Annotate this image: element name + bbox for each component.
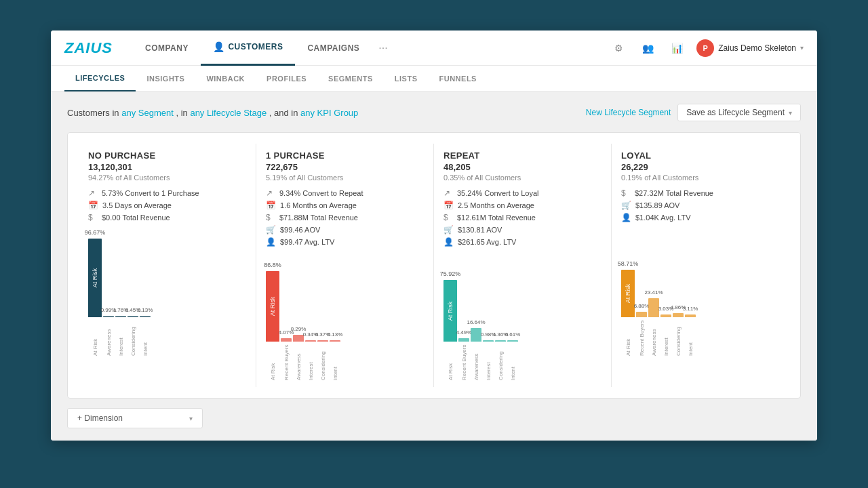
subnav-segments-label: SEGMENTS	[328, 75, 373, 83]
card-stat: $ $12.61M Total Revenue	[443, 213, 601, 222]
subnav-lists[interactable]: LISTS	[384, 66, 429, 92]
bar-axis-label: At Risk	[266, 343, 279, 380]
users-icon-btn[interactable]: 👥	[638, 39, 657, 58]
dimension-btn-label: + Dimension	[77, 413, 123, 423]
bar-group: 3.03%	[660, 314, 671, 317]
bar	[660, 314, 671, 317]
bar	[115, 316, 126, 317]
card-stat: 📅 3.5 Days on Average	[88, 201, 246, 210]
bar	[305, 340, 316, 342]
new-lifecycle-segment-link[interactable]: New Lifecycle Segment	[586, 108, 671, 117]
lifecycle-filter-link[interactable]: any Lifecycle Stage	[190, 108, 267, 118]
bar-group: 4.07%	[281, 338, 292, 342]
nav-right: ⚙ 👥 📊 P Zaius Demo Skeleton ▾	[609, 39, 804, 58]
lifecycle-card: LOYAL 26,229 0.19% of All Customers $ $2…	[612, 144, 789, 387]
users-icon: 👥	[642, 43, 654, 54]
card-stat: 👤 $99.47 Avg. LTV	[266, 237, 424, 247]
subnav-lifecycles[interactable]: LIFECYCLES	[64, 66, 136, 92]
subnav-funnels[interactable]: FUNNELS	[429, 66, 488, 92]
stat-icon: 👤	[443, 237, 454, 247]
bar-at-risk: At Risk	[88, 239, 102, 317]
bar-axis-label: Considering	[495, 343, 506, 380]
stat-text: $135.89 AOV	[635, 201, 679, 209]
filter-sep1: , in	[176, 108, 187, 118]
bar-group: 0.34%	[305, 340, 316, 342]
dimension-section: + Dimension ▾	[67, 408, 801, 428]
subnav-lifecycles-label: LIFECYCLES	[75, 74, 125, 82]
stat-icon: 🛒	[266, 225, 276, 235]
bar-axis-label: Intent	[685, 319, 696, 356]
bar-at-risk: At Risk	[443, 280, 457, 342]
bar-axis-label: Considering	[673, 319, 684, 356]
bar-group-at-risk: 75.92% At Risk	[443, 280, 457, 342]
main-content: Customers in any Segment , in any Lifecy…	[51, 92, 817, 441]
card-stat: 🛒 $130.81 AOV	[443, 225, 601, 235]
bar-axis-label: Awareness	[471, 343, 481, 380]
nav-item-customers[interactable]: 👤 CUSTOMERS	[201, 30, 295, 66]
bar-value-top: 4.49%	[456, 329, 472, 336]
segment-filter-link[interactable]: any Segment	[121, 108, 174, 118]
subnav-segments[interactable]: SEGMENTS	[317, 66, 384, 92]
card-stat: 👤 $1.04K Avg. LTV	[621, 213, 780, 222]
settings-icon-btn[interactable]: ⚙	[609, 39, 628, 58]
bar-group: 4.49%	[458, 338, 469, 342]
bar-group: 0.13%	[140, 316, 151, 317]
nav-more-btn[interactable]: ···	[372, 42, 394, 54]
bar-axis-label: At Risk	[621, 319, 635, 356]
stat-text: $27.32M Total Revenue	[635, 189, 713, 197]
bar-at-risk-label: At Risk	[269, 297, 276, 317]
bar	[458, 338, 469, 342]
nav-label-customers: CUSTOMERS	[228, 42, 283, 52]
bar-value-top: 0.61%	[505, 331, 521, 338]
stat-text: 35.24% Convert to Loyal	[457, 189, 538, 197]
bar	[127, 316, 138, 317]
subnav-profiles[interactable]: PROFILES	[256, 66, 317, 92]
chart-icon-btn[interactable]: 📊	[667, 39, 686, 58]
stat-icon: ↗	[266, 188, 275, 198]
save-as-lifecycle-segment-btn[interactable]: Save as Lifecycle Segment ▾	[677, 104, 801, 121]
subnav-winback[interactable]: WINBACK	[195, 66, 256, 92]
bar	[483, 340, 494, 342]
kpi-filter-link[interactable]: any KPI Group	[300, 108, 358, 118]
bar-axis-label: Intent	[140, 319, 151, 356]
chart-icon: 📊	[671, 43, 683, 54]
stat-icon: 🛒	[443, 225, 454, 235]
card-stat: 📅 2.5 Months on Average	[443, 201, 601, 210]
bar-group: 0.45%	[127, 316, 138, 317]
filter-actions: New Lifecycle Segment Save as Lifecycle …	[586, 104, 801, 121]
bar-group: 8.29%	[293, 335, 304, 342]
stat-text: $71.88M Total Revenue	[279, 214, 358, 222]
bar-group: 4.86%	[673, 313, 684, 317]
stat-text: $261.65 Avg. LTV	[458, 238, 516, 246]
lifecycle-card: REPEAT 48,205 0.35% of All Customers ↗ 3…	[434, 144, 612, 387]
add-dimension-btn[interactable]: + Dimension ▾	[67, 408, 203, 428]
subnav-insights-label: INSIGHTS	[146, 75, 184, 83]
stat-icon: 🛒	[621, 201, 631, 210]
bar-group: 16.64%	[471, 328, 481, 342]
bar	[471, 328, 481, 342]
bar	[673, 313, 684, 317]
bar-value-top: 6.88%	[634, 303, 650, 309]
chart-area: 58.71% At Risk 6.88% 23.41% 3.03%	[621, 236, 780, 356]
bar-value-top: 0.13%	[138, 307, 153, 313]
nav-more-label: ···	[378, 42, 387, 54]
bar-axis-label: Considering	[127, 319, 138, 356]
bar-axis-label: Recent Buyers	[458, 343, 469, 380]
nav-item-company[interactable]: COMPANY	[133, 30, 201, 66]
stat-icon: 📅	[443, 201, 454, 210]
subnav-insights[interactable]: INSIGHTS	[136, 66, 195, 92]
card-title: LOYAL	[621, 150, 780, 161]
bar-group: 0.98%	[483, 340, 494, 342]
bar	[293, 335, 304, 342]
user-menu[interactable]: P Zaius Demo Skeleton ▾	[696, 39, 804, 57]
app-container: ZAIUS COMPANY 👤 CUSTOMERS CAMPAIGNS ···	[51, 30, 817, 441]
nav-item-campaigns[interactable]: CAMPAIGNS	[295, 30, 372, 66]
bar-group: 1.76%	[115, 316, 126, 317]
sub-nav: LIFECYCLES INSIGHTS WINBACK PROFILES SEG…	[51, 66, 817, 92]
nav-label-company: COMPANY	[145, 43, 189, 53]
filter-text: Customers in any Segment , in any Lifecy…	[67, 108, 358, 118]
bar-axis-label: Recent Buyers	[636, 319, 647, 356]
stat-text: $1.04K Avg. LTV	[635, 214, 691, 222]
bar	[495, 340, 506, 342]
user-avatar: P	[696, 39, 714, 57]
